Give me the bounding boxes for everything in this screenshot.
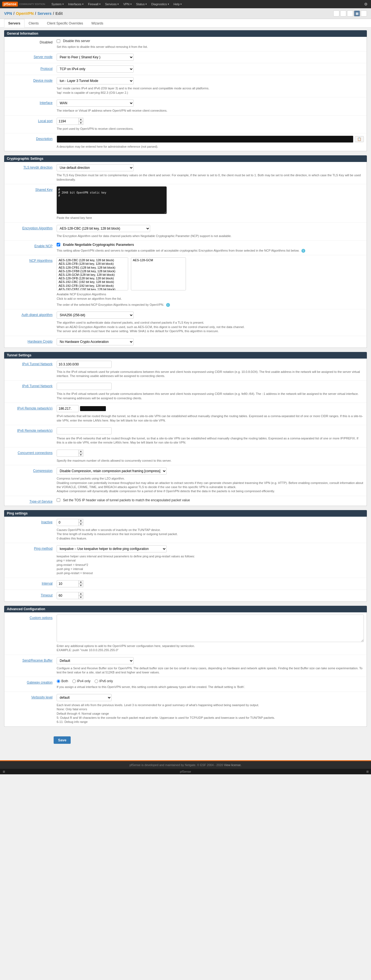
nav-vpn[interactable]: VPN ▾ [121, 0, 134, 8]
nav-help[interactable]: Help ▾ [171, 0, 184, 8]
compression-link[interactable]: Compression [33, 469, 53, 473]
interface-link[interactable]: Interface [40, 101, 53, 105]
nav-diagnostics[interactable]: Diagnostics ▾ [149, 0, 171, 8]
tos-link[interactable]: Type-of-Service [29, 500, 53, 503]
timeout-link[interactable]: Timeout [41, 593, 53, 597]
nav-status[interactable]: Status ▾ [134, 0, 149, 8]
description-btn[interactable]: 📋 [355, 136, 364, 142]
ncp-alg-link[interactable]: NCP Algorithms [29, 259, 53, 262]
gateway-ipv6-radio[interactable] [95, 679, 98, 683]
ipv6-tunnel-link[interactable]: IPv6 Tunnel Network [22, 384, 53, 388]
nav-services[interactable]: Services ▾ [103, 0, 121, 8]
settings-icon[interactable]: ⚙ [363, 2, 369, 7]
inactive-link[interactable]: Inactive [41, 520, 53, 524]
inactive-input[interactable] [57, 519, 79, 526]
breadcrumb-vpn[interactable]: VPN [4, 11, 12, 16]
save-button[interactable]: Save [54, 737, 71, 744]
copy-icon-btn[interactable]: ⊕ [333, 10, 339, 16]
ipv4-tunnel-input[interactable] [57, 361, 111, 368]
xml-icon-btn[interactable]: XML [340, 10, 346, 16]
timeout-down[interactable]: ▼ [78, 596, 83, 599]
concurrent-down[interactable]: ▼ [78, 453, 83, 457]
interval-up[interactable]: ▲ [78, 580, 83, 584]
inactive-down[interactable]: ▼ [78, 522, 83, 526]
ipv4-tunnel-link[interactable]: IPv4 Tunnel Network [22, 362, 53, 366]
custom-options-link[interactable]: Custom options [30, 616, 53, 620]
ipv4-remote-link[interactable]: IPv4 Remote network(s) [17, 406, 53, 410]
footer-license-link[interactable]: View license. [224, 763, 242, 767]
ncp-info-icon[interactable]: i [301, 249, 305, 253]
disabled-checkbox[interactable] [57, 39, 60, 43]
tab-clients[interactable]: Clients [24, 19, 43, 27]
timeout-up[interactable]: ▲ [78, 592, 83, 596]
concurrent-up[interactable]: ▲ [78, 450, 83, 453]
auth-digest-link[interactable]: Auth digest algorithm [21, 313, 53, 317]
hw-crypto-select[interactable]: No Hardware Crypto Acceleration [57, 338, 134, 345]
protocol-select[interactable]: TCP on IPv4 only UDP on IPv4 only [57, 65, 134, 73]
interval-down[interactable]: ▼ [78, 584, 83, 587]
disabled-checkbox-label[interactable]: Disable this server [57, 39, 364, 43]
encryption-alg-select[interactable]: AES-128-CBC (128 bit key, 128 bit block)… [57, 225, 150, 232]
interval-link[interactable]: Interval [42, 582, 53, 585]
gateway-both-label[interactable]: Both [57, 679, 68, 683]
local-port-input[interactable] [57, 118, 79, 125]
verbosity-link[interactable]: Verbosity level [31, 695, 53, 699]
chart-icon-btn[interactable]: ▣ [347, 10, 353, 16]
tab-wizards[interactable]: Wizards [87, 19, 107, 27]
ipv6-remote-link[interactable]: IPv6 Remote network(s) [17, 429, 53, 433]
server-mode-link[interactable]: Server mode [33, 55, 53, 59]
ncp-order-info-icon[interactable]: i [166, 303, 170, 307]
breadcrumb-openvpn[interactable]: OpenVPN [16, 11, 34, 16]
ncp-selected-select[interactable]: AES-128-GCM [131, 258, 186, 290]
device-mode-select[interactable]: tun - Layer 3 Tunnel Mode tap - Layer 2 … [57, 77, 134, 84]
gateway-link[interactable]: Gateway creation [27, 681, 53, 684]
tls-keydir-select[interactable]: Use default direction Direction 0 Direct… [57, 164, 134, 171]
enable-ncp-link[interactable]: Enable NCP [34, 244, 53, 248]
ipv4-remote-input[interactable] [57, 405, 79, 412]
shared-key-textarea[interactable]: # # 2048 bit OpenVPN static key # [57, 186, 167, 214]
hw-crypto-link[interactable]: Hardware Crypto [27, 340, 53, 344]
local-port-up[interactable]: ▲ [78, 118, 83, 121]
encryption-alg-link[interactable]: Encryption Algorithm [22, 226, 53, 230]
inactive-up[interactable]: ▲ [78, 519, 83, 522]
protocol-link[interactable]: Protocol [40, 67, 53, 71]
gateway-ipv4-radio[interactable] [72, 679, 76, 683]
custom-options-textarea[interactable] [57, 614, 364, 642]
buffer-link[interactable]: Send/Receive Buffer [22, 659, 53, 662]
nav-firewall[interactable]: Firewall ▾ [86, 0, 103, 8]
interface-select[interactable]: WAN LAN any [57, 100, 134, 107]
tls-keydir-link[interactable]: TLS keydir direction [23, 165, 53, 169]
gateway-both-radio[interactable] [57, 679, 60, 683]
ping-method-link[interactable]: Ping method [34, 547, 53, 550]
gateway-ipv6-label[interactable]: IPv6 only [95, 679, 113, 683]
local-port-link[interactable]: Local port [38, 119, 53, 123]
gateway-ipv4-label[interactable]: IPv4 only [72, 679, 91, 683]
ipv6-remote-input[interactable] [57, 427, 111, 434]
concurrent-link[interactable]: Concurrent connections [18, 451, 53, 455]
nav-system[interactable]: System ▾ [49, 0, 66, 8]
description-input[interactable] [57, 135, 353, 143]
auth-digest-select[interactable]: SHA256 (256-bit) SHA1 (160-bit) SHA512 (… [57, 312, 134, 319]
compression-select[interactable]: Disable Compression, retain compression … [57, 468, 167, 475]
timeout-input[interactable] [57, 592, 79, 599]
ping-method-select[interactable]: keepalive – Use keepalive helper to defi… [57, 545, 167, 552]
breadcrumb-servers[interactable]: Servers [37, 11, 51, 16]
enable-ncp-checkbox[interactable] [57, 243, 60, 247]
ncp-available-select[interactable]: AES-128-CBC (128 bit key, 128 bit block)… [57, 258, 128, 290]
tab-client-specific-overrides[interactable]: Client Specific Overrides [43, 19, 87, 27]
verbosity-select[interactable]: default 0 – No output except fatal error… [57, 694, 111, 701]
interval-input[interactable] [57, 580, 79, 587]
ipv6-tunnel-input[interactable] [57, 383, 111, 390]
help-icon-btn[interactable]: ? [361, 10, 367, 16]
tab-servers[interactable]: Servers [4, 19, 24, 27]
nav-interfaces[interactable]: Interfaces ▾ [66, 0, 86, 8]
buffer-select[interactable]: Default 512KiB 1MiB 2MiB [57, 657, 134, 664]
tos-checkbox-label[interactable]: Set the TOS IP header value of tunnel pa… [57, 498, 364, 502]
enable-ncp-checkbox-label[interactable]: Enable Negotiable Cryptographic Paramete… [57, 243, 364, 247]
tos-checkbox[interactable] [57, 498, 60, 502]
chart2-icon-btn[interactable]: ▤ [354, 10, 360, 16]
local-port-down[interactable]: ▼ [78, 121, 83, 125]
server-mode-select[interactable]: Peer to Peer ( Shared Key ) Peer to Peer… [57, 54, 134, 61]
description-link[interactable]: Description [36, 137, 53, 141]
concurrent-input[interactable] [57, 450, 79, 457]
